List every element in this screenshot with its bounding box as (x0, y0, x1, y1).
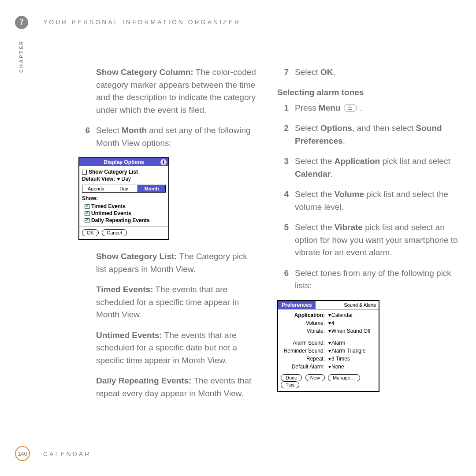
term-label: Show Category Column: (96, 67, 193, 77)
repeat-picker[interactable]: Repeat: 3 Times (278, 355, 379, 363)
untimed-events-paragraph: Untimed Events: The events that are sche… (78, 329, 260, 367)
display-options-dialog: Display Options i Show Category List Def… (78, 157, 169, 240)
application-picker[interactable]: Application: Calendar (278, 311, 379, 319)
checkbox-icon (85, 204, 89, 209)
dialog-subtitle: Sound & Alerts (316, 301, 379, 309)
chevron-down-icon (327, 328, 331, 334)
ok-button[interactable]: OK (82, 229, 99, 236)
view-tabs: Agenda Day Month (82, 185, 166, 193)
timed-events-checkbox[interactable]: Timed Events (85, 203, 166, 209)
alarm-step-3: 3Select the Application pick list and se… (277, 155, 458, 180)
dialog-title: Display Options i (79, 158, 168, 166)
daily-repeating-checkbox[interactable]: Daily Repeating Events (85, 217, 166, 223)
show-category-list-paragraph: Show Category List: The Category pick li… (78, 250, 260, 275)
dialog-title: Preferences (278, 301, 316, 309)
chevron-down-icon (327, 320, 331, 326)
daily-repeating-paragraph: Daily Repeating Events: The events that … (78, 375, 260, 400)
alarm-sound-picker[interactable]: Alarm Sound: Alarm (278, 339, 379, 347)
tips-button[interactable]: Tips (281, 381, 299, 388)
chevron-down-icon (327, 312, 331, 318)
divider (281, 337, 376, 337)
untimed-events-checkbox[interactable]: Untimed Events (85, 210, 166, 216)
info-icon[interactable]: i (160, 159, 167, 165)
chevron-down-icon (327, 364, 331, 370)
step-number: 6 (78, 124, 90, 137)
chapter-label: CHAPTER (19, 40, 24, 73)
step-6: 6Select Month and set any of the followi… (78, 124, 260, 149)
running-header: YOUR PERSONAL INFORMATION ORGANIZER (43, 19, 241, 26)
preferences-dialog: Preferences Sound & Alerts Application: … (277, 300, 379, 392)
default-alarm-picker[interactable]: Default Alarm: None (278, 363, 379, 371)
section-title: Selecting alarm tones (277, 88, 458, 97)
chevron-down-icon (327, 356, 331, 362)
timed-events-paragraph: Timed Events: The events that are schedu… (78, 283, 260, 321)
left-column: Show Category Column: The color-coded ca… (78, 66, 260, 408)
reminder-sound-picker[interactable]: Reminder Sound: Alarm Triangle (278, 347, 379, 355)
checkbox-icon (85, 211, 89, 216)
alarm-step-1: 1Press Menu . (277, 102, 458, 115)
page-number-badge: 140 (15, 446, 30, 461)
cancel-button[interactable]: Cancel (102, 229, 126, 236)
tab-agenda[interactable]: Agenda (82, 185, 110, 192)
new-button[interactable]: New (305, 374, 325, 381)
show-label: Show: (82, 195, 166, 201)
chevron-down-icon (327, 340, 331, 346)
show-category-list-checkbox[interactable]: Show Category List (82, 169, 166, 175)
chevron-down-icon (116, 176, 121, 182)
step-7: 7Select OK. (277, 66, 458, 79)
checkbox-icon (85, 218, 89, 223)
vibrate-picker[interactable]: Vibrate: When Sound Off (278, 327, 379, 335)
done-button[interactable]: Done (281, 374, 302, 381)
default-view-picker[interactable]: Default View: Day (82, 176, 166, 182)
alarm-step-2: 2Select Options, and then select Sound P… (277, 122, 458, 147)
tab-day[interactable]: Day (110, 185, 138, 192)
checkbox-icon (82, 170, 87, 175)
menu-button-icon (344, 104, 357, 112)
volume-picker[interactable]: Volume: 4 (278, 319, 379, 327)
chapter-badge: 7 (15, 16, 28, 29)
tab-month[interactable]: Month (138, 185, 165, 192)
show-category-column-paragraph: Show Category Column: The color-coded ca… (78, 66, 260, 116)
alarm-step-5: 5Select the Vibrate pick list and select… (277, 221, 458, 259)
footer-section-label: CALENDAR (43, 450, 91, 457)
chevron-down-icon (327, 348, 331, 354)
right-column: 7Select OK. Selecting alarm tones 1Press… (277, 66, 458, 408)
manage-button[interactable]: Manage… (328, 374, 360, 381)
alarm-step-6: 6Select tones from any of the following … (277, 267, 458, 292)
alarm-step-4: 4Select the Volume pick list and select … (277, 188, 458, 213)
